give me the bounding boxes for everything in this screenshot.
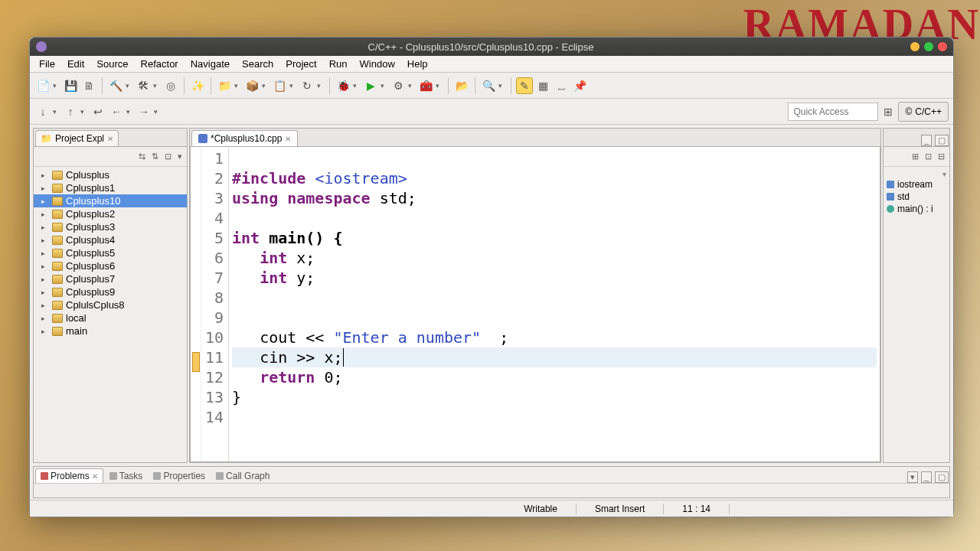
toggle-icon[interactable]: ⊟ (938, 152, 945, 161)
dropdown-icon[interactable]: ▾ (53, 82, 60, 90)
new-icon[interactable]: 📄 (34, 77, 51, 94)
dropdown-icon[interactable]: ▾ (317, 82, 325, 90)
new-class-icon[interactable]: 📦 (243, 77, 260, 94)
minimize-view-icon[interactable]: _ (921, 471, 932, 483)
expand-arrow-icon[interactable]: ▸ (41, 262, 49, 270)
forward-icon[interactable]: → (136, 103, 152, 120)
titlebar[interactable]: C/C++ - Cplusplus10/src/Cplusplus10.cpp … (30, 37, 953, 56)
view-menu-icon[interactable]: ▾ (907, 471, 918, 483)
save-all-icon[interactable]: 🗎 (80, 77, 97, 94)
dropdown-icon[interactable]: ▾ (408, 82, 416, 90)
tree-item[interactable]: ▸Cplusplus4 (34, 233, 187, 246)
run-icon[interactable]: ▶ (362, 77, 379, 94)
expand-arrow-icon[interactable]: ▸ (41, 315, 49, 322)
maximize-view-icon[interactable]: ▢ (935, 471, 949, 483)
close-button[interactable] (938, 42, 947, 51)
project-tree[interactable]: ▸Cplusplus▸Cplusplus1▸Cplusplus10▸Cplusp… (34, 167, 187, 462)
menu-help[interactable]: Help (401, 57, 434, 71)
expand-arrow-icon[interactable]: ▸ (41, 302, 49, 309)
tree-item[interactable]: ▸Cplusplus6 (34, 259, 187, 272)
tree-item[interactable]: ▸Cplusplus5 (34, 246, 187, 259)
project-explorer-tab[interactable]: 📁 Project Expl ✕ (35, 130, 119, 146)
prev-annotation-icon[interactable]: ↑ (62, 103, 79, 120)
build-icon[interactable]: 🔨 (107, 77, 124, 94)
dropdown-icon[interactable]: ▾ (436, 82, 443, 90)
tree-item[interactable]: ▸Cplusplus2 (34, 207, 187, 220)
close-icon[interactable]: ✕ (92, 472, 98, 481)
minimize-view-icon[interactable]: _ (921, 135, 932, 146)
expand-arrow-icon[interactable]: ▸ (41, 249, 49, 257)
outline-item[interactable]: main() : i (887, 203, 946, 215)
hammer-icon[interactable]: 🛠 (135, 77, 152, 94)
dropdown-icon[interactable]: ▾ (126, 108, 134, 116)
tab-tasks[interactable]: Tasks (105, 469, 148, 483)
code-content[interactable]: #include <iostream> using namespace std;… (229, 147, 880, 461)
link-editor-icon[interactable]: ⇅ (152, 152, 158, 161)
tree-item[interactable]: ▸Cplusplus3 (34, 220, 187, 233)
tree-item[interactable]: ▸CplulsCplus8 (34, 298, 187, 311)
filter-icon[interactable]: ⊡ (925, 152, 932, 161)
expand-arrow-icon[interactable]: ▸ (41, 328, 49, 335)
close-icon[interactable]: ✕ (285, 135, 291, 143)
maximize-view-icon[interactable]: ▢ (935, 135, 949, 146)
dropdown-icon[interactable]: ▾ (289, 82, 297, 90)
tab-properties[interactable]: Properties (149, 469, 210, 483)
editor-tab[interactable]: *Cplusplus10.cpp ✕ (191, 130, 298, 146)
focus-icon[interactable]: ⊡ (165, 152, 172, 161)
close-icon[interactable]: ✕ (107, 135, 113, 143)
expand-arrow-icon[interactable]: ▸ (41, 171, 49, 179)
tree-item[interactable]: ▸Cplusplus1 (34, 181, 187, 194)
maximize-button[interactable] (924, 42, 933, 51)
expand-arrow-icon[interactable]: ▸ (41, 197, 49, 205)
tree-item[interactable]: ▸local (34, 311, 187, 324)
tab-call-graph[interactable]: Call Graph (211, 469, 274, 483)
expand-arrow-icon[interactable]: ▸ (41, 210, 49, 218)
highlight-icon[interactable]: ✎ (516, 77, 533, 94)
dropdown-icon[interactable]: ▾ (126, 82, 133, 90)
outline-item[interactable]: std (887, 191, 946, 203)
menu-navigate[interactable]: Navigate (185, 57, 236, 71)
tab-problems[interactable]: Problems✕ (35, 468, 103, 483)
search-icon[interactable]: 🔍 (480, 77, 497, 94)
warning-marker-icon[interactable] (192, 352, 200, 372)
dropdown-icon[interactable]: ▾ (154, 108, 162, 116)
menu-search[interactable]: Search (236, 57, 279, 71)
expand-arrow-icon[interactable]: ▸ (41, 223, 49, 231)
code-editor[interactable]: 1234567891011121314 #include <iostream> … (190, 147, 880, 462)
quick-access-input[interactable] (788, 103, 878, 121)
outline-tree[interactable]: ▾ iostream std main() : i (884, 167, 949, 462)
expand-arrow-icon[interactable]: ▸ (41, 184, 49, 192)
minimize-button[interactable] (910, 42, 920, 51)
refresh-icon[interactable]: ↻ (299, 77, 315, 94)
expand-arrow-icon[interactable]: ▸ (41, 276, 49, 283)
menu-run[interactable]: Run (323, 57, 354, 71)
dropdown-icon[interactable]: ▾ (381, 82, 388, 90)
view-menu-icon[interactable]: ▾ (178, 152, 182, 161)
sort-icon[interactable]: ⊞ (912, 152, 919, 161)
outline-item[interactable]: iostream (887, 178, 946, 191)
save-icon[interactable]: 💾 (62, 77, 79, 94)
debug-icon[interactable]: 🐞 (335, 77, 351, 94)
show-whitespace-icon[interactable]: ⎵ (553, 77, 570, 94)
dropdown-icon[interactable]: ▾ (80, 108, 88, 116)
back-icon[interactable]: ← (108, 103, 125, 120)
block-icon[interactable]: ▦ (534, 77, 551, 94)
target-icon[interactable]: ◎ (162, 77, 179, 94)
dropdown-icon[interactable]: ▾ (353, 82, 361, 90)
perspective-button[interactable]: © C/C++ (898, 102, 949, 122)
external-tools-icon[interactable]: 🧰 (417, 77, 434, 94)
open-perspective-icon[interactable]: ⊞ (880, 103, 897, 120)
new-source-icon[interactable]: 📋 (271, 77, 288, 94)
dropdown-icon[interactable]: ▾ (262, 82, 270, 90)
next-annotation-icon[interactable]: ↓ (34, 103, 51, 120)
last-edit-icon[interactable]: ↩ (90, 103, 106, 120)
wand-icon[interactable]: ✨ (189, 77, 206, 94)
tree-item[interactable]: ▸Cplusplus7 (34, 272, 187, 285)
expand-arrow-icon[interactable]: ▸ (41, 289, 49, 296)
menu-project[interactable]: Project (279, 57, 322, 71)
dropdown-icon[interactable]: ▾ (498, 82, 506, 90)
tree-item[interactable]: ▸Cplusplus9 (34, 285, 187, 298)
run-last-icon[interactable]: ⚙ (390, 77, 407, 94)
tree-item[interactable]: ▸Cplusplus10 (34, 194, 187, 207)
tree-item[interactable]: ▸main (34, 324, 187, 337)
